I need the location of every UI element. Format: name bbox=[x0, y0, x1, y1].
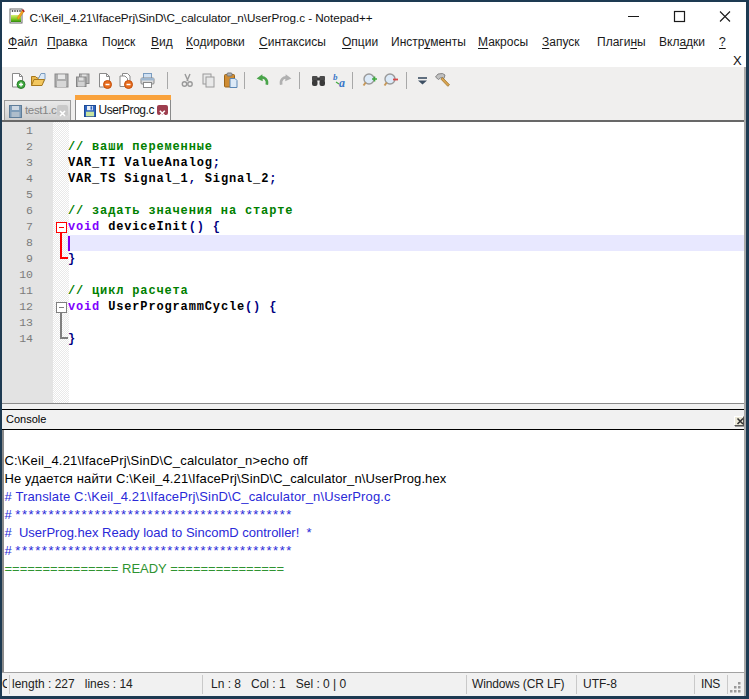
svg-text:b: b bbox=[333, 72, 338, 82]
svg-text:a: a bbox=[339, 76, 345, 89]
